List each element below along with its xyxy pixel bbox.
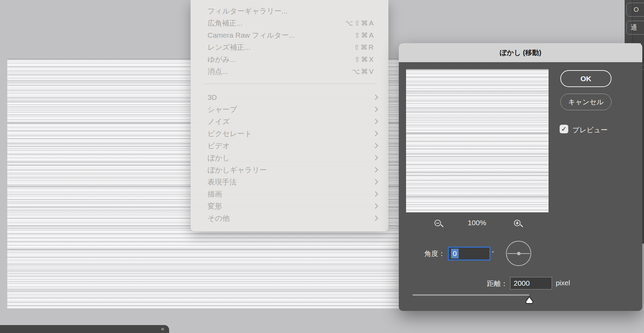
menu-item-shortcut: ⇧⌘R — [354, 43, 375, 51]
ok-button[interactable]: OK — [560, 70, 611, 87]
collapse-chevrons-icon[interactable]: « — [161, 325, 165, 332]
filter-menu-item[interactable]: ぼかし — [191, 152, 388, 164]
filter-menu-item[interactable]: ビデオ — [191, 140, 388, 152]
filter-menu-item[interactable]: 消点...⌥⌘V — [191, 65, 388, 77]
submenu-chevron-icon — [373, 155, 378, 161]
filter-menu-item[interactable]: 広角補正...⌥⇧⌘A — [191, 17, 388, 29]
filter-menu-item[interactable]: シャープ — [191, 103, 388, 115]
filter-menu-item[interactable]: 表現手法 — [191, 176, 388, 188]
angle-dial-center-dot — [517, 252, 521, 255]
menu-item-shortcut: ⌥⇧⌘A — [345, 19, 375, 27]
menu-item-label: ぼかし — [208, 153, 230, 163]
angle-input[interactable]: 0 — [448, 247, 490, 260]
menu-item-label: ビデオ — [208, 141, 230, 151]
submenu-chevron-icon — [373, 131, 378, 136]
menu-item-label: レンズ補正... — [208, 42, 250, 52]
dialog-title-bar[interactable]: ぼかし (移動) — [399, 43, 642, 62]
submenu-chevron-icon — [373, 95, 378, 100]
angle-value-selected: 0 — [451, 249, 459, 258]
filter-menu-item[interactable]: 変形 — [191, 200, 388, 212]
distance-slider-track[interactable] — [413, 294, 529, 296]
menu-item-shortcut: ⇧⌘X — [354, 55, 375, 64]
motion-blur-dialog: ぼかし (移動) 100% 角度： 0 ° 距離： 2000 pixel OK … — [399, 43, 642, 311]
submenu-chevron-icon — [373, 216, 378, 221]
blur-preview-image[interactable] — [406, 69, 549, 212]
filter-menu-item[interactable]: 描画 — [191, 188, 388, 200]
menu-item-label: その他 — [208, 213, 230, 223]
clipped-ok-button[interactable]: O — [626, 3, 644, 17]
distance-unit-label: pixel — [556, 279, 570, 287]
clipped-right-panel: O 通 — [625, 0, 644, 43]
preview-checkbox-label: プレビュー — [572, 125, 608, 135]
zoom-in-icon[interactable] — [514, 220, 521, 226]
angle-label: 角度： — [413, 249, 445, 258]
submenu-chevron-icon — [373, 143, 378, 149]
menu-item-label: 3D — [208, 93, 217, 102]
filter-menu: フィルターギャラリー...広角補正...⌥⇧⌘ACamera Raw フィルター… — [191, 0, 388, 231]
menu-item-shortcut: ⌥⌘V — [352, 67, 375, 76]
zoom-out-icon[interactable] — [434, 220, 441, 226]
menu-item-label: 変形 — [208, 201, 222, 211]
photoshop-screen: O 通 « フィルターギャラリー...広角補正...⌥⇧⌘ACamera Raw… — [0, 0, 644, 333]
filter-menu-item[interactable]: フィルターギャラリー... — [191, 5, 388, 17]
angle-dial[interactable] — [506, 241, 531, 266]
filter-menu-item[interactable]: ノイズ — [191, 115, 388, 127]
zoom-level: 100% — [453, 219, 501, 227]
filter-menu-item[interactable]: ぼかしギャラリー — [191, 164, 388, 176]
submenu-chevron-icon — [373, 167, 378, 173]
menu-item-label: 広角補正... — [208, 18, 243, 28]
preview-checkbox[interactable]: ✓ — [560, 125, 568, 133]
distance-label: 距離： — [477, 279, 508, 288]
menu-item-label: フィルターギャラリー... — [208, 6, 287, 16]
menu-item-label: 描画 — [208, 189, 222, 199]
filter-menu-item[interactable]: Camera Raw フィルター...⇧⌘A — [191, 29, 388, 41]
menu-separator — [204, 84, 375, 84]
submenu-chevron-icon — [373, 191, 378, 197]
submenu-chevron-icon — [373, 179, 378, 185]
filter-menu-item[interactable]: ゆがみ...⇧⌘X — [191, 53, 388, 65]
clipped-blend-mode-button[interactable]: 通 — [626, 21, 644, 35]
menu-item-label: ピクセレート — [208, 129, 252, 139]
submenu-chevron-icon — [373, 107, 378, 112]
filter-menu-item[interactable]: 3D — [191, 91, 388, 103]
menu-item-label: 消点... — [208, 67, 228, 76]
collapsed-bottom-panel[interactable]: « — [0, 325, 169, 333]
submenu-chevron-icon — [373, 119, 378, 124]
checkmark-icon: ✓ — [561, 125, 567, 133]
menu-item-label: ぼかしギャラリー — [208, 165, 267, 175]
dialog-title: ぼかし (移動) — [500, 48, 541, 57]
filter-menu-item[interactable]: その他 — [191, 212, 388, 224]
cancel-button[interactable]: キャンセル — [560, 94, 611, 110]
submenu-chevron-icon — [373, 203, 378, 209]
filter-menu-item[interactable]: レンズ補正...⇧⌘R — [191, 41, 388, 53]
degree-symbol: ° — [492, 250, 494, 256]
menu-item-label: ノイズ — [208, 117, 230, 126]
menu-item-label: Camera Raw フィルター... — [208, 30, 295, 40]
filter-menu-item[interactable]: ピクセレート — [191, 127, 388, 140]
menu-item-shortcut: ⇧⌘A — [354, 31, 375, 39]
menu-item-label: シャープ — [208, 105, 237, 114]
menu-item-label: ゆがみ... — [208, 55, 236, 64]
distance-input[interactable]: 2000 — [510, 277, 552, 289]
menu-item-label: 表現手法 — [208, 177, 237, 187]
distance-slider-thumb[interactable] — [525, 296, 534, 304]
